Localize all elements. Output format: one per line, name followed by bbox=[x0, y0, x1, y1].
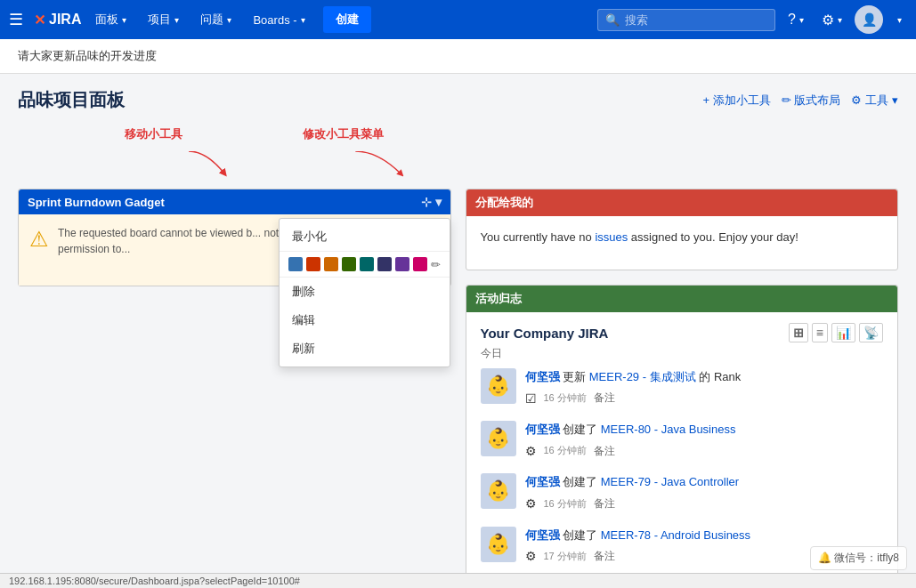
nav-item-boards-menu[interactable]: Boards - ▾ bbox=[246, 10, 312, 30]
activity-icon-feed[interactable]: 📡 bbox=[859, 323, 883, 342]
activity-issue-2[interactable]: MEER-79 - Java Controller bbox=[601, 475, 739, 488]
swatch-pink[interactable] bbox=[413, 257, 427, 271]
swatch-teal[interactable] bbox=[360, 257, 374, 271]
dropdown-edit[interactable]: 编辑 bbox=[280, 306, 450, 334]
swatch-blue[interactable] bbox=[288, 257, 303, 271]
nav-boards-caret: ▾ bbox=[122, 15, 126, 25]
activity-action-1: 创建了 bbox=[563, 423, 601, 436]
avatar-caret[interactable]: ▾ bbox=[890, 12, 907, 28]
activity-time-3: 17 分钟前 bbox=[544, 549, 587, 565]
banner-text: 请大家更新品味的开发进度 bbox=[18, 49, 157, 62]
settings-button[interactable]: ⚙ ▾ bbox=[816, 8, 847, 32]
activity-log-body: Your Company JIRA ⊞ ≡ 📊 📡 今日 � bbox=[466, 312, 898, 588]
sprint-gadget-header: Sprint Burndown Gadget ⊹ ▾ bbox=[19, 189, 450, 214]
activity-comment-1: 备注 bbox=[594, 443, 615, 460]
activity-meta-0: ☑ 16 分钟前 备注 bbox=[525, 389, 884, 408]
activity-time-1: 16 分钟前 bbox=[544, 443, 587, 459]
create-button[interactable]: 创建 bbox=[323, 6, 371, 33]
activity-gadget-title: 活动归志 bbox=[475, 291, 522, 307]
activity-user-1[interactable]: 何坚强 bbox=[525, 423, 560, 436]
activity-issue-0[interactable]: MEER-29 - 集成测试 bbox=[589, 370, 696, 383]
nav-item-projects[interactable]: 项目 ▾ bbox=[141, 8, 186, 31]
warning-icon: ⚠ bbox=[29, 227, 49, 252]
annotation-edit-label: 修改小工具菜单 bbox=[303, 126, 384, 142]
activity-icon-list[interactable]: ≡ bbox=[812, 323, 828, 342]
activity-detail-3: 何坚强 创建了 MEER-78 - Android Business ⚙ 17 … bbox=[525, 527, 884, 567]
nav-item-boards[interactable]: 面板 ▾ bbox=[88, 8, 134, 31]
search-input[interactable] bbox=[625, 13, 750, 27]
gadget-menu-icon[interactable]: ▾ bbox=[435, 195, 442, 209]
annotation-arrow-1 bbox=[180, 151, 233, 178]
activity-gadget-header: 活动归志 bbox=[466, 286, 898, 312]
assigned-gadget-title: 分配给我的 bbox=[475, 195, 533, 211]
swatch-red[interactable] bbox=[306, 257, 320, 271]
search-bar[interactable]: 🔍 bbox=[597, 9, 775, 31]
activity-comment-2: 备注 bbox=[594, 495, 615, 512]
dashboard-actions: + 添加小工具 ✏ 版式布局 ⚙ 工具 ▾ bbox=[703, 93, 898, 109]
color-swatches-row: ✏ bbox=[280, 251, 450, 278]
user-avatar[interactable]: 👤 bbox=[855, 5, 883, 34]
tools-caret: ▾ bbox=[892, 93, 898, 107]
top-navigation: ☰ ✕ JIRA 面板 ▾ 项目 ▾ 问题 ▾ Boards - ▾ 创建 🔍 … bbox=[0, 0, 916, 39]
activity-avatar-0: 👶 bbox=[481, 368, 516, 404]
gadget-move-icon[interactable]: ⊹ bbox=[421, 195, 432, 209]
annotation-area: 移动小工具 修改小工具菜单 bbox=[18, 126, 898, 189]
activity-meta-3: ⚙ 17 分钟前 备注 bbox=[525, 546, 884, 566]
add-gadget-button[interactable]: + 添加小工具 bbox=[703, 93, 771, 109]
dropdown-minimize[interactable]: 最小化 bbox=[280, 222, 450, 251]
gadget-dropdown-menu: 最小化 ✏ 删除 编辑 刷新 bbox=[279, 218, 450, 367]
sprint-gadget-title: Sprint Burndown Gadget bbox=[28, 196, 165, 209]
swatch-purple[interactable] bbox=[395, 257, 409, 271]
activity-icon-grid[interactable]: ⊞ bbox=[789, 323, 808, 342]
nav-projects-label: 项目 bbox=[148, 12, 171, 28]
nav-projects-caret: ▾ bbox=[174, 15, 179, 25]
activity-issue-3[interactable]: MEER-78 - Android Business bbox=[601, 528, 750, 542]
activity-detail-2: 何坚强 创建了 MEER-79 - Java Controller ⚙ 16 分… bbox=[525, 473, 884, 513]
activity-detail-0: 何坚强 更新 MEER-29 - 集成测试 的 Rank ☑ 16 分钟前 备注 bbox=[525, 368, 884, 408]
dropdown-delete[interactable]: 删除 bbox=[280, 278, 450, 306]
main-content: 品味项目面板 + 添加小工具 ✏ 版式布局 ⚙ 工具 ▾ 移动小工具 修改小工具… bbox=[0, 74, 916, 588]
issues-link[interactable]: issues bbox=[595, 230, 628, 244]
help-icon: ? bbox=[788, 12, 796, 28]
assigned-gadget: 分配给我的 You currently have no issues assig… bbox=[466, 189, 899, 270]
dropdown-refresh[interactable]: 刷新 bbox=[280, 334, 450, 363]
activity-meta-icon-1: ⚙ bbox=[525, 441, 537, 461]
activity-detail-1: 何坚强 创建了 MEER-80 - Java Business ⚙ 16 分钟前… bbox=[525, 421, 884, 461]
activity-icon-chart[interactable]: 📊 bbox=[831, 323, 855, 342]
nav-boardsmenu-label: Boards - bbox=[253, 13, 296, 27]
pencil-icon[interactable]: ✏ bbox=[431, 258, 441, 271]
tools-button[interactable]: ⚙ 工具 ▾ bbox=[851, 93, 898, 109]
activity-issue-1[interactable]: MEER-80 - Java Business bbox=[601, 423, 736, 436]
swatch-orange[interactable] bbox=[324, 257, 338, 271]
assigned-msg-post: assigned to you. Enjoy your day! bbox=[628, 230, 798, 244]
sprint-burndown-gadget: Sprint Burndown Gadget ⊹ ▾ ⚠ The request… bbox=[18, 189, 451, 286]
company-name: Your Company JIRA bbox=[481, 326, 609, 341]
annotation-move-label: 移动小工具 bbox=[125, 126, 182, 142]
activity-comment-0: 备注 bbox=[594, 390, 615, 407]
activity-item-3: 👶 何坚强 创建了 MEER-78 - Android Business ⚙ 1… bbox=[481, 527, 884, 567]
help-button[interactable]: ? ▾ bbox=[782, 8, 809, 31]
edit-layout-button[interactable]: ✏ 版式布局 bbox=[782, 93, 841, 109]
swatch-navy[interactable] bbox=[377, 257, 392, 271]
swatch-green[interactable] bbox=[342, 257, 356, 271]
activity-meta-icon-3: ⚙ bbox=[525, 546, 537, 566]
jira-logo: ✕ JIRA bbox=[34, 12, 81, 28]
activity-meta-1: ⚙ 16 分钟前 备注 bbox=[525, 441, 884, 461]
activity-company: Your Company JIRA ⊞ ≡ 📊 📡 bbox=[481, 323, 884, 342]
nav-item-issues[interactable]: 问题 ▾ bbox=[193, 8, 239, 31]
announcement-banner: 请大家更新品味的开发进度 bbox=[0, 39, 916, 74]
assigned-gadget-header: 分配给我的 bbox=[466, 189, 898, 216]
activity-action-0: 更新 bbox=[563, 370, 586, 383]
assigned-msg-pre: You currently have no bbox=[481, 230, 596, 244]
activity-meta-icon-0: ☑ bbox=[525, 389, 537, 408]
activity-time-0: 16 分钟前 bbox=[544, 391, 587, 407]
logo-x: ✕ bbox=[34, 12, 45, 28]
activity-avatar-1: 👶 bbox=[481, 421, 516, 456]
activity-user-0[interactable]: 何坚强 bbox=[525, 370, 560, 383]
activity-avatar-2: 👶 bbox=[481, 473, 516, 509]
activity-user-3[interactable]: 何坚强 bbox=[525, 528, 560, 542]
activity-user-2[interactable]: 何坚强 bbox=[525, 475, 560, 488]
settings-icon: ⚙ bbox=[822, 12, 834, 28]
hamburger-icon[interactable]: ☰ bbox=[9, 10, 23, 29]
activity-avatar-3: 👶 bbox=[481, 527, 516, 562]
